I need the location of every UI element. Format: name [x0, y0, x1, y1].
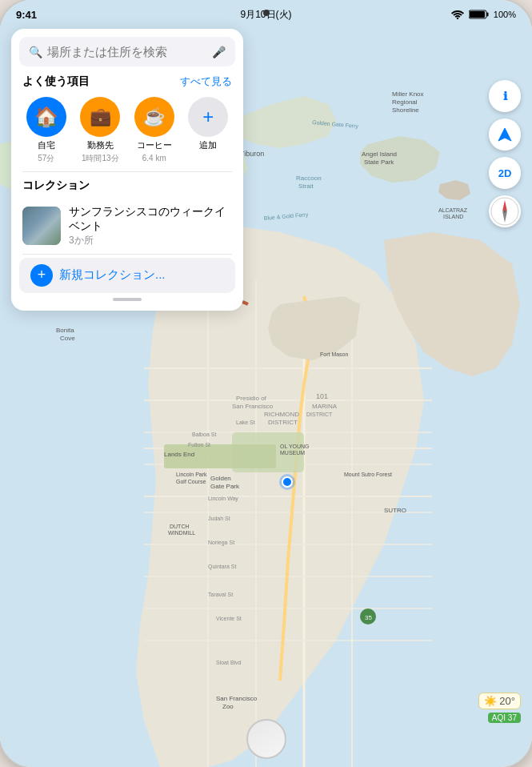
svg-text:Shoreline: Shoreline — [392, 106, 419, 114]
collection-item-sf[interactable]: サンフランシスコのウィークイベント 3か所 — [11, 198, 243, 253]
battery-label: 100% — [494, 10, 516, 19]
svg-text:Cove: Cove — [60, 335, 75, 342]
svg-text:Golden: Golden — [210, 475, 231, 482]
svg-text:Taraval St: Taraval St — [208, 592, 233, 597]
collections-title: コレクション — [22, 179, 90, 193]
svg-text:Gate Park: Gate Park — [210, 483, 240, 490]
svg-text:Judah St: Judah St — [208, 516, 230, 521]
svg-text:WINDMILL: WINDMILL — [168, 530, 195, 536]
collection-thumbnail — [22, 207, 61, 245]
svg-text:Quintara St: Quintara St — [208, 564, 236, 570]
divider-2 — [22, 254, 232, 255]
svg-text:Lincoln Way: Lincoln Way — [208, 496, 238, 502]
svg-text:ISLAND: ISLAND — [443, 214, 463, 219]
svg-text:101: 101 — [316, 392, 328, 400]
svg-text:Bonita: Bonita — [56, 327, 74, 334]
svg-text:OL YOUNG: OL YOUNG — [280, 444, 310, 449]
svg-text:Strait: Strait — [298, 183, 314, 190]
collections-header: コレクション — [11, 172, 243, 198]
compass-button[interactable] — [489, 195, 521, 227]
add-icon-circle: + — [188, 97, 228, 137]
svg-text:Vicente St: Vicente St — [216, 616, 242, 621]
svg-text:DUTCH: DUTCH — [170, 524, 190, 529]
favorite-item-home[interactable]: 🏠 自宅 57分 — [22, 97, 70, 163]
device-frame: 9:41 9月10日(火) 100% — [0, 0, 532, 767]
favorites-section-header: よく使う項目 すべて見る — [11, 66, 243, 94]
svg-rect-3 — [470, 11, 485, 18]
favorite-item-coffee[interactable]: ☕ コーヒー 6.4 km — [130, 97, 178, 163]
svg-text:DISTRICT: DISTRICT — [268, 419, 298, 426]
svg-text:Fulton St: Fulton St — [188, 442, 210, 448]
svg-rect-2 — [486, 13, 488, 17]
svg-text:DISTRICT: DISTRICT — [306, 412, 333, 417]
collection-thumb-image — [22, 207, 61, 245]
microphone-icon[interactable]: 🎤 — [212, 46, 226, 58]
svg-text:MARINA: MARINA — [312, 403, 338, 410]
svg-text:MUSEUM: MUSEUM — [280, 450, 305, 456]
drag-indicator — [113, 298, 142, 301]
svg-text:Angel Island: Angel Island — [362, 151, 397, 158]
svg-text:ALCATRAZ: ALCATRAZ — [438, 207, 468, 213]
svg-text:Golf Course: Golf Course — [176, 479, 206, 484]
location-button[interactable] — [489, 118, 521, 151]
camera — [263, 10, 270, 16]
new-collection-plus-icon: + — [30, 264, 53, 287]
favorite-item-work[interactable]: 💼 勤務先 1時間13分 — [77, 97, 125, 163]
2d-button[interactable]: 2D — [489, 157, 521, 189]
svg-text:SUTRO: SUTRO — [384, 507, 406, 514]
battery-icon — [469, 10, 489, 19]
2d-label: 2D — [498, 167, 512, 179]
search-bar[interactable]: 🔍 🎤 — [19, 37, 235, 66]
favorites-row: 🏠 自宅 57分 💼 勤務先 1時間13分 ☕ コーヒー 6.4 km — [11, 94, 243, 171]
add-label: 追加 — [199, 140, 217, 151]
new-collection-label: 新規コレクション... — [59, 267, 166, 283]
svg-text:Miller Knox: Miller Knox — [392, 90, 424, 98]
home-label: 自宅 — [38, 140, 55, 151]
search-panel: 🔍 🎤 よく使う項目 すべて見る 🏠 自宅 57分 💼 勤 — [11, 29, 243, 311]
svg-text:Sloat Blvd: Sloat Blvd — [216, 660, 242, 665]
favorites-title: よく使う項目 — [22, 74, 90, 89]
svg-text:Regional: Regional — [392, 98, 418, 106]
svg-point-78 — [503, 210, 506, 213]
search-input[interactable] — [47, 45, 207, 58]
svg-text:Zoo: Zoo — [222, 703, 234, 710]
svg-point-0 — [457, 18, 458, 19]
home-button[interactable] — [246, 719, 286, 759]
collection-count: 3か所 — [69, 234, 232, 247]
svg-text:Noriega St: Noriega St — [208, 540, 234, 546]
svg-text:Mount Sutro Forest: Mount Sutro Forest — [344, 472, 392, 477]
status-time: 9:41 — [16, 9, 37, 21]
svg-text:Balboa St: Balboa St — [192, 432, 216, 437]
svg-text:San Francisco: San Francisco — [232, 403, 274, 410]
collection-name: サンフランシスコのウィークイベント — [69, 204, 232, 233]
map-controls: ℹ 2D — [489, 80, 521, 227]
svg-text:Lake St: Lake St — [236, 420, 255, 425]
location-dot — [282, 476, 293, 488]
svg-text:State Park: State Park — [364, 159, 394, 166]
wifi-icon — [451, 10, 464, 19]
work-sublabel: 1時間13分 — [82, 154, 119, 163]
svg-text:Raccoon: Raccoon — [296, 175, 322, 182]
navigation-icon — [497, 126, 513, 143]
see-all-link[interactable]: すべて見る — [180, 74, 232, 89]
work-label: 勤務先 — [87, 140, 114, 151]
collection-info: サンフランシスコのウィークイベント 3か所 — [69, 204, 232, 247]
work-icon-circle: 💼 — [80, 97, 120, 137]
info-button[interactable]: ℹ — [489, 80, 521, 112]
coffee-sublabel: 6.4 km — [142, 154, 166, 163]
temperature-badge: ☀️ 20° — [478, 693, 521, 709]
svg-text:Lincoln Park: Lincoln Park — [176, 472, 207, 477]
status-right: 100% — [451, 10, 516, 19]
svg-text:San Francisco: San Francisco — [216, 695, 258, 702]
home-sublabel: 57分 — [38, 154, 54, 163]
aqi-badge: AQI 37 — [488, 713, 521, 723]
svg-text:35: 35 — [365, 614, 372, 621]
search-icon: 🔍 — [29, 46, 42, 58]
compass-icon — [490, 197, 519, 226]
svg-text:Tiburon: Tiburon — [240, 150, 264, 158]
svg-text:Lands End: Lands End — [164, 451, 194, 458]
favorite-item-add[interactable]: + 追加 — [185, 97, 233, 154]
svg-text:RICHMOND: RICHMOND — [264, 411, 299, 418]
new-collection-button[interactable]: + 新規コレクション... — [19, 258, 235, 293]
svg-text:Fort Mason: Fort Mason — [320, 351, 349, 357]
